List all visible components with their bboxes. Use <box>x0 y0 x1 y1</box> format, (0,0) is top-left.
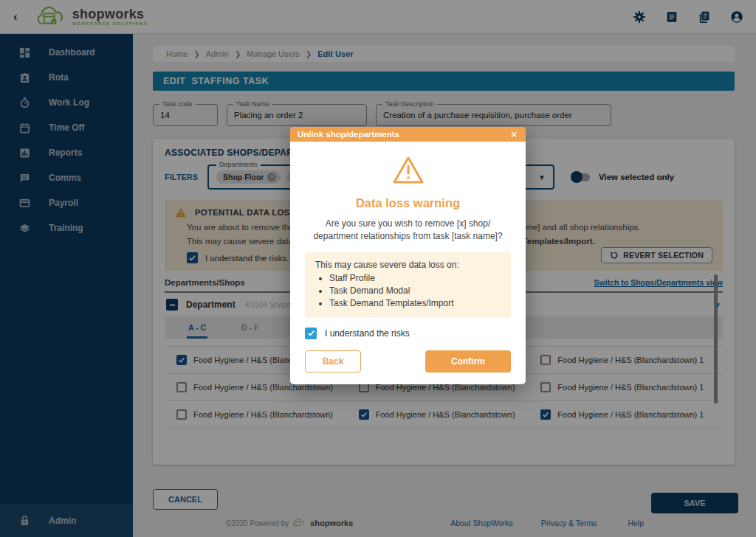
data-loss-item: Staff Profile <box>329 273 502 283</box>
unlink-modal: Unlink shop/departments ✕ Data loss warn… <box>290 127 526 384</box>
modal-question: Are you sure you wish to remove [x] shop… <box>308 218 509 243</box>
data-loss-box: This may cause severe data loss on: Staf… <box>305 252 511 318</box>
modal-understand-label: I understand the risks <box>325 328 410 339</box>
modal-body: Data loss warning Are you sure you wish … <box>290 142 526 384</box>
data-loss-list: Staff ProfileTask Demand ModalTask Deman… <box>315 273 502 308</box>
data-loss-item: Task Demand Templates/Import <box>329 298 502 308</box>
data-loss-intro: This may cause severe data loss on: <box>315 260 502 270</box>
data-loss-item: Task Demand Modal <box>329 285 502 296</box>
app-window: ‹ shopworks WORKFORCE SOLUTIONS Dashboar… <box>0 0 756 537</box>
close-icon[interactable]: ✕ <box>510 130 518 139</box>
modal-title: Unlink shop/departments <box>298 130 399 139</box>
confirm-button[interactable]: Confirm <box>425 350 511 373</box>
modal-header: Unlink shop/departments ✕ <box>290 127 526 142</box>
modal-heading: Data loss warning <box>305 196 511 210</box>
back-button[interactable]: Back <box>305 350 361 373</box>
modal-understand-checkbox[interactable] <box>305 328 317 339</box>
warning-triangle-outline-icon <box>391 155 425 186</box>
